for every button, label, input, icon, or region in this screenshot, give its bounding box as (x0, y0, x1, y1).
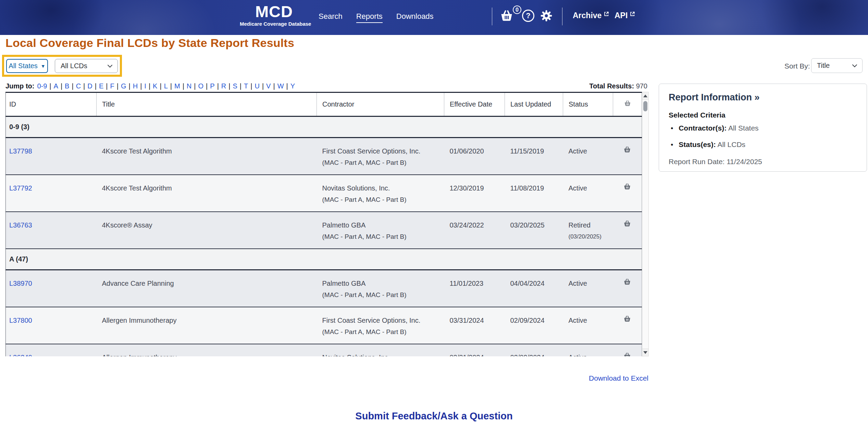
main-nav: SearchReportsDownloads (319, 0, 434, 35)
table-scrollbar[interactable] (642, 92, 649, 356)
lcd-id-link[interactable]: L37798 (9, 147, 32, 155)
jump-link-G[interactable]: G (121, 82, 126, 90)
column-header-effective-date[interactable]: Effective Date (444, 93, 505, 116)
jump-separator: | (240, 82, 241, 90)
submit-feedback-link[interactable]: Submit Feedback/Ask a Question (0, 410, 868, 422)
add-to-basket-cell[interactable] (613, 137, 642, 175)
add-to-basket-cell[interactable] (613, 307, 642, 344)
column-header-title[interactable]: Title (97, 93, 317, 116)
last-updated-cell: 11/15/2019 (505, 137, 563, 175)
jump-separator: | (106, 82, 108, 90)
jump-link-0-9[interactable]: 0-9 (37, 82, 47, 90)
contractor-cell: Palmetto GBA (MAC - Part A, MAC - Part B… (317, 270, 444, 307)
sort-by-label: Sort By: (784, 62, 810, 70)
states-filter-dropdown[interactable]: All States ▼ (6, 59, 48, 73)
lcd-id-link[interactable]: L36240 (9, 354, 32, 356)
add-to-basket-cell[interactable] (613, 212, 642, 249)
lcd-id-link[interactable]: L36763 (9, 221, 32, 229)
jump-link-P[interactable]: P (210, 82, 214, 90)
jump-separator: | (194, 82, 196, 90)
lcds-filter-dropdown[interactable]: All LCDs (55, 59, 118, 73)
jump-link-D[interactable]: D (87, 82, 92, 90)
sort-by-dropdown[interactable]: Title (811, 58, 863, 73)
jump-link-U[interactable]: U (255, 82, 259, 90)
lcd-id-link[interactable]: L38970 (9, 280, 32, 287)
lcd-id-cell: L37798 (6, 137, 97, 175)
jump-separator: | (217, 82, 219, 90)
basket-icon (623, 315, 632, 323)
lcd-id-link[interactable]: L37792 (9, 184, 32, 192)
last-updated-cell: 11/08/2019 (505, 175, 563, 212)
table-row: L38970 Advance Care Planning Palmetto GB… (6, 270, 642, 307)
api-link[interactable]: API (615, 11, 635, 20)
column-header-status[interactable]: Status (563, 93, 613, 116)
header-divider (562, 8, 562, 25)
add-to-basket-cell[interactable] (613, 344, 642, 356)
lcd-id-cell: L36763 (6, 212, 97, 249)
group-header-row: 0-9 (3) (6, 116, 642, 137)
total-results-label: Total Results: (589, 82, 634, 90)
jump-link-I[interactable]: I (144, 82, 146, 90)
jump-link-O[interactable]: O (198, 82, 204, 90)
column-header-basket[interactable] (613, 93, 642, 116)
jump-separator: | (49, 82, 51, 90)
archive-link[interactable]: Archive (573, 11, 609, 20)
jump-link-A[interactable]: A (54, 82, 58, 90)
jump-link-V[interactable]: V (266, 82, 271, 90)
status-cell: Active (563, 137, 613, 175)
jump-link-N[interactable]: N (187, 82, 191, 90)
help-button[interactable]: ? (522, 10, 534, 22)
jump-link-Y[interactable]: Y (290, 82, 295, 90)
lcd-title-cell: 4Kscore Test Algorithm (97, 175, 317, 212)
scroll-down-button[interactable] (642, 348, 648, 356)
archive-link-label: Archive (573, 11, 602, 20)
nav-downloads[interactable]: Downloads (396, 12, 434, 23)
jump-link-R[interactable]: R (221, 82, 226, 90)
jump-link-B[interactable]: B (65, 82, 69, 90)
jump-link-T[interactable]: T (244, 82, 248, 90)
jump-separator: | (160, 82, 161, 90)
site-header: MCD Medicare Coverage Database SearchRep… (0, 0, 868, 35)
download-to-excel-link[interactable]: Download to Excel (589, 374, 648, 382)
gear-icon (540, 9, 553, 23)
jump-link-S[interactable]: S (233, 82, 237, 90)
jump-link-L[interactable]: L (164, 82, 168, 90)
nav-reports[interactable]: Reports (356, 12, 383, 23)
report-run-date: Report Run Date: 11/24/2025 (669, 158, 857, 166)
status-value: Active (569, 278, 610, 289)
jump-link-C[interactable]: C (76, 82, 81, 90)
report-information-heading[interactable]: Report Information » (669, 92, 857, 103)
jump-link-K[interactable]: K (153, 82, 157, 90)
column-header-id[interactable]: ID (6, 93, 97, 116)
add-to-basket-cell[interactable] (613, 175, 642, 212)
jump-link-W[interactable]: W (277, 82, 284, 90)
scrollbar-thumb[interactable] (643, 101, 647, 111)
jump-link-H[interactable]: H (133, 82, 138, 90)
contractor-cell: First Coast Service Options, Inc. (MAC -… (317, 137, 444, 175)
effective-date-cell: 01/06/2020 (444, 137, 505, 175)
scroll-up-button[interactable] (642, 92, 648, 100)
basket-icon (623, 220, 632, 228)
nav-search[interactable]: Search (319, 12, 343, 23)
group-header-row: A (47) (6, 249, 642, 270)
column-header-last-updated[interactable]: Last Updated (505, 93, 563, 116)
criteria-item-statuses: • Status(es): All LCDs (669, 140, 857, 149)
add-to-basket-cell[interactable] (613, 270, 642, 307)
lcd-id-link[interactable]: L37800 (9, 317, 32, 324)
jump-link-E[interactable]: E (99, 82, 103, 90)
jump-link-F[interactable]: F (110, 82, 114, 90)
sort-by-value: Title (817, 62, 830, 70)
column-header-contractor[interactable]: Contractor (317, 93, 444, 116)
contractor-name: Novitas Solutions, Inc. (322, 352, 442, 356)
contractor-name: First Coast Service Options, Inc. (322, 146, 442, 157)
basket-button[interactable]: 0 (499, 9, 521, 27)
mcd-logo[interactable]: MCD Medicare Coverage Database (240, 3, 308, 27)
settings-button[interactable] (540, 9, 553, 24)
effective-date-cell: 11/01/2023 (444, 270, 505, 307)
jump-link-M[interactable]: M (174, 82, 180, 90)
question-mark-icon: ? (526, 11, 530, 20)
mcd-logo-subtitle: Medicare Coverage Database (240, 21, 308, 27)
group-header-label: 0-9 (3) (6, 116, 642, 137)
jump-separator: | (83, 82, 85, 90)
selected-criteria-list: • Contractor(s): All States • Status(es)… (669, 124, 857, 149)
